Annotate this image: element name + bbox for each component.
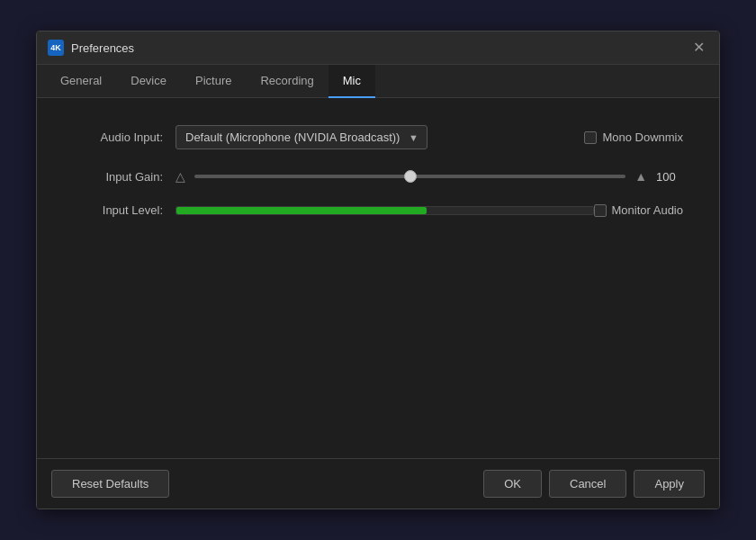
tab-general[interactable]: General <box>46 65 116 98</box>
input-gain-row: Input Gain: △ ▲ 100 <box>73 169 683 184</box>
app-logo: 4K <box>48 40 64 56</box>
footer: Reset Defaults OK Cancel Apply <box>37 458 719 508</box>
level-bar-fill <box>176 207 427 214</box>
input-level-row: Input Level: Monitor Audio <box>73 203 683 217</box>
preferences-window: 4K Preferences ✕ General Device Picture … <box>36 31 720 509</box>
input-gain-control: △ ▲ 100 <box>176 169 683 184</box>
tab-picture[interactable]: Picture <box>181 65 246 98</box>
monitor-audio-text: Monitor Audio <box>612 203 684 217</box>
gain-value-display: 100 <box>656 170 683 184</box>
gain-slider-row: △ ▲ 100 <box>176 169 683 184</box>
monitor-audio-checkbox[interactable] <box>594 204 607 217</box>
input-level-label: Input Level: <box>73 203 163 217</box>
audio-input-label: Audio Input: <box>73 130 163 144</box>
title-bar-left: 4K Preferences <box>48 40 134 56</box>
title-bar: 4K Preferences ✕ <box>37 32 719 65</box>
mono-downmix-label[interactable]: Mono Downmix <box>584 130 683 144</box>
mono-downmix-checkbox[interactable] <box>584 131 597 144</box>
window-title: Preferences <box>71 41 134 55</box>
level-bar-container <box>176 206 594 215</box>
tab-device[interactable]: Device <box>116 65 181 98</box>
input-level-control <box>176 206 594 215</box>
apply-button[interactable]: Apply <box>634 470 705 498</box>
ok-button[interactable]: OK <box>483 470 542 498</box>
content-area: Audio Input: Default (Microphone (NVIDIA… <box>37 98 719 458</box>
monitor-audio-option: Monitor Audio <box>594 203 684 217</box>
tab-mic[interactable]: Mic <box>328 65 375 98</box>
input-gain-slider[interactable] <box>194 175 626 178</box>
input-gain-label: Input Gain: <box>73 170 163 184</box>
footer-right: OK Cancel Apply <box>483 470 705 498</box>
close-button[interactable]: ✕ <box>689 39 708 57</box>
audio-input-select[interactable]: Default (Microphone (NVIDIA Broadcast))M… <box>176 125 428 149</box>
cancel-button[interactable]: Cancel <box>549 470 626 498</box>
mono-downmix-option: Mono Downmix <box>584 130 683 144</box>
volume-low-icon: △ <box>176 169 185 184</box>
tab-bar: General Device Picture Recording Mic <box>37 65 719 98</box>
reset-defaults-button[interactable]: Reset Defaults <box>51 470 169 498</box>
audio-input-row: Audio Input: Default (Microphone (NVIDIA… <box>73 125 683 149</box>
audio-input-select-wrapper: Default (Microphone (NVIDIA Broadcast))M… <box>176 125 428 149</box>
monitor-audio-label[interactable]: Monitor Audio <box>594 203 684 217</box>
mono-downmix-text: Mono Downmix <box>602 130 683 144</box>
volume-high-icon: ▲ <box>634 169 647 184</box>
tab-recording[interactable]: Recording <box>246 65 328 98</box>
audio-input-control: Default (Microphone (NVIDIA Broadcast))M… <box>176 125 584 149</box>
